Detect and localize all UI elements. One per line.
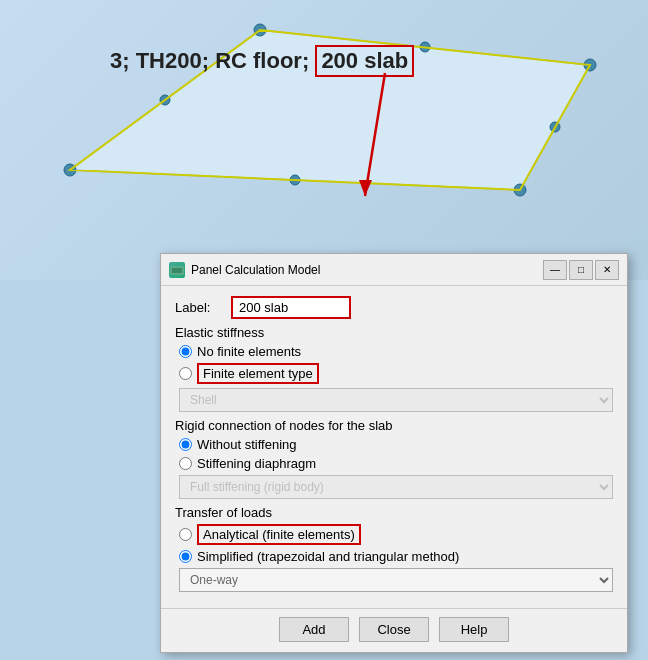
radio-simplified[interactable] [179, 550, 192, 563]
one-way-select-row: One-way [179, 568, 613, 592]
radio-no-finite-row: No finite elements [179, 344, 613, 359]
radio-analytical-label[interactable]: Analytical (finite elements) [197, 524, 361, 545]
canvas-area: 3; TH200; RC floor; 200 slab [0, 0, 648, 280]
add-button[interactable]: Add [279, 617, 349, 642]
radio-simplified-row: Simplified (trapezoidal and triangular m… [179, 549, 613, 564]
transfer-loads-header: Transfer of loads [175, 505, 613, 520]
radio-no-finite[interactable] [179, 345, 192, 358]
radio-simplified-label[interactable]: Simplified (trapezoidal and triangular m… [197, 549, 459, 564]
minimize-button[interactable]: — [543, 260, 567, 280]
maximize-button[interactable]: □ [569, 260, 593, 280]
radio-analytical-row: Analytical (finite elements) [179, 524, 613, 545]
dialog-body: Label: Elastic stiffness No finite eleme… [161, 286, 627, 608]
radio-analytical[interactable] [179, 528, 192, 541]
dialog-controls: — □ ✕ [543, 260, 619, 280]
elastic-stiffness-header: Elastic stiffness [175, 325, 613, 340]
rigid-connection-header: Rigid connection of nodes for the slab [175, 418, 613, 433]
panel-icon [169, 262, 185, 278]
close-dialog-button[interactable]: Close [359, 617, 429, 642]
shell-select-row: Shell [179, 388, 613, 412]
radio-no-finite-label[interactable]: No finite elements [197, 344, 301, 359]
dialog-titlebar: Panel Calculation Model — □ ✕ [161, 254, 627, 286]
radio-stiffening-diaphragm-row: Stiffening diaphragm [179, 456, 613, 471]
full-stiffening-dropdown[interactable]: Full stiffening (rigid body) [179, 475, 613, 499]
full-stiffening-select-row: Full stiffening (rigid body) [179, 475, 613, 499]
radio-without-stiffening-row: Without stiffening [179, 437, 613, 452]
panel-calculation-dialog: Panel Calculation Model — □ ✕ Label: Ela… [160, 253, 628, 653]
radio-finite-type[interactable] [179, 367, 192, 380]
label-field-label: Label: [175, 300, 225, 315]
radio-without-stiffening[interactable] [179, 438, 192, 451]
dialog-footer: Add Close Help [161, 608, 627, 652]
radio-finite-type-row: Finite element type [179, 363, 613, 384]
shell-dropdown[interactable]: Shell [179, 388, 613, 412]
svg-marker-11 [359, 180, 372, 196]
dialog-title: Panel Calculation Model [191, 263, 543, 277]
radio-stiffening-diaphragm-label[interactable]: Stiffening diaphragm [197, 456, 316, 471]
radio-stiffening-diaphragm[interactable] [179, 457, 192, 470]
radio-without-stiffening-label[interactable]: Without stiffening [197, 437, 296, 452]
label-row: Label: [175, 296, 613, 319]
svg-rect-13 [172, 268, 182, 273]
close-button[interactable]: ✕ [595, 260, 619, 280]
red-arrow-svg [355, 68, 435, 208]
label-input[interactable] [231, 296, 351, 319]
svg-line-10 [365, 73, 385, 196]
one-way-dropdown[interactable]: One-way [179, 568, 613, 592]
radio-finite-type-label[interactable]: Finite element type [197, 363, 319, 384]
help-button[interactable]: Help [439, 617, 509, 642]
